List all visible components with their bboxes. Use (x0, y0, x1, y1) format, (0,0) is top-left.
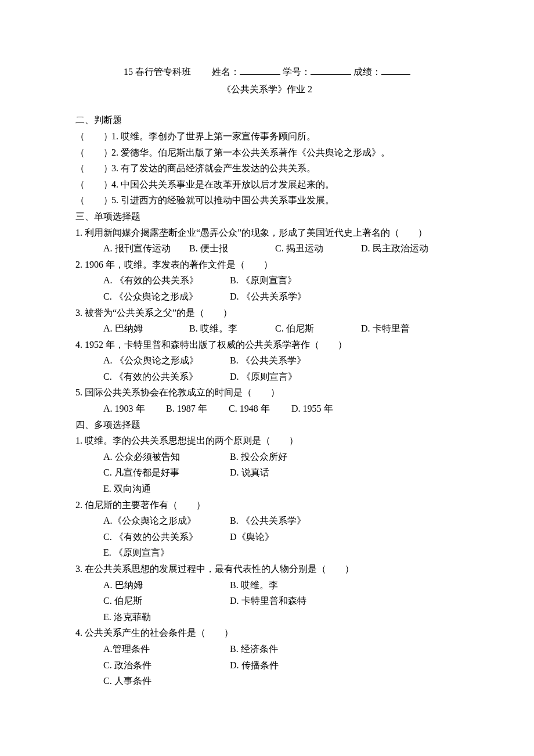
tf-item: （ ）2. 爱德华。伯尼斯出版了第一本公共关系著作《公共舆论之形成》。 (75, 145, 459, 160)
options-row: A. 报刊宣传运动B. 便士报C. 揭丑运动D. 民主政治运动 (103, 241, 459, 256)
options-row: C. 《公众舆论之形成》D. 《公共关系学》 (103, 289, 459, 304)
option[interactable]: D. 说真话 (230, 465, 352, 480)
options-row: E. 双向沟通 (103, 481, 459, 496)
tf-text: 3. 有了发达的商品经济就会产生发达的公共关系。 (111, 163, 316, 173)
section2-title: 二、判断题 (75, 113, 459, 128)
option[interactable]: C. 伯尼斯 (103, 593, 225, 609)
tf-paren[interactable]: （ ） (75, 145, 111, 160)
multi-choice-container: 1. 哎维。李的公共关系思想提出的两个原则是（ ）A. 公众必须被告知B. 投公… (75, 433, 459, 689)
option[interactable]: A. 《公众舆论之形成》 (103, 353, 225, 368)
option[interactable]: C. 凡宣传都是好事 (103, 465, 225, 480)
option[interactable]: C. 揭丑运动 (275, 241, 356, 256)
option[interactable]: C. 人事条件 (103, 674, 225, 689)
option[interactable]: D. 卡特里普和森特 (230, 593, 352, 609)
options-row: C. 伯尼斯D. 卡特里普和森特 (103, 593, 459, 609)
option[interactable]: B. 哎维。李 (189, 321, 270, 336)
section3-title: 三、单项选择题 (75, 209, 459, 224)
option[interactable]: B. 《公共关系学》 (230, 353, 352, 368)
tf-text: 5. 引进西方的经验就可以推动中国公共关系事业发展。 (111, 195, 334, 205)
options-row: A.《公众舆论之形成》B. 《公共关系学》 (103, 513, 459, 528)
options-row: C. 《有效的公共关系》D. 《原则宣言》 (103, 369, 459, 384)
tf-item: （ ）4. 中国公共关系事业是在改革开放以后才发展起来的。 (75, 177, 459, 192)
option[interactable]: B. 《原则宣言》 (230, 273, 352, 288)
tf-paren[interactable]: （ ） (75, 193, 111, 208)
option[interactable]: A. 1903 年 (103, 401, 161, 416)
options-row: A.管理条件B. 经济条件 (103, 642, 459, 657)
option[interactable]: A. 报刊宣传运动 (103, 241, 185, 256)
question-stem: 4. 公共关系产生的社会条件是（ ） (75, 625, 459, 640)
option[interactable]: B. 经济条件 (230, 642, 352, 657)
options-row: A. 巴纳姆B. 哎维。李C. 伯尼斯D. 卡特里普 (103, 321, 459, 336)
section4-title: 四、多项选择题 (75, 417, 459, 433)
options-row: A. 《公众舆论之形成》B. 《公共关系学》 (103, 353, 459, 368)
question-stem: 1. 利用新闻媒介揭露垄断企业“愚弄公众”的现象，形成了美国近代史上著名的（ ） (75, 225, 459, 240)
header-line: 15 春行管专科班 姓名： 学号： 成绩： (75, 64, 459, 80)
options-row: C. 凡宣传都是好事D. 说真话 (103, 465, 459, 480)
option[interactable]: D. 卡特里普 (361, 321, 442, 336)
option[interactable]: E. 洛克菲勒 (103, 610, 225, 625)
option[interactable]: C. 政治条件 (103, 658, 225, 673)
option[interactable]: B. 投公众所好 (230, 449, 352, 465)
score-label: 成绩： (353, 67, 381, 77)
question-stem: 2. 1906 年，哎维。李发表的著作文件是（ ） (75, 257, 459, 272)
question-stem: 5. 国际公共关系协会在伦敦成立的时间是（ ） (75, 385, 459, 400)
option[interactable]: B. 哎维。李 (230, 578, 352, 593)
tf-paren[interactable]: （ ） (75, 161, 111, 176)
options-row: A. 1903 年B. 1987 年C. 1948 年D. 1955 年 (103, 401, 459, 416)
worksheet-title: 《公共关系学》作业 2 (75, 82, 459, 97)
option[interactable]: D《舆论》 (230, 530, 352, 545)
option[interactable]: A.《公众舆论之形成》 (103, 513, 225, 528)
option[interactable]: D. 民主政治运动 (361, 241, 442, 256)
option[interactable]: E. 《原则宣言》 (103, 545, 225, 560)
tf-item: （ ）5. 引进西方的经验就可以推动中国公共关系事业发展。 (75, 193, 459, 208)
option[interactable]: D. 《公共关系学》 (230, 289, 352, 304)
id-label: 学号： (283, 67, 311, 77)
question-stem: 3. 被誉为“公共关系之父”的是（ ） (75, 305, 459, 321)
question-stem: 4. 1952 年，卡特里普和森特出版了权威的公共关系学著作（ ） (75, 337, 459, 352)
option[interactable]: B. 1987 年 (166, 401, 224, 416)
question-stem: 2. 伯尼斯的主要著作有（ ） (75, 498, 459, 513)
id-blank[interactable] (311, 64, 351, 75)
option[interactable]: C. 《有效的公共关系》 (103, 369, 225, 384)
options-row: A. 巴纳姆B. 哎维。李 (103, 578, 459, 593)
option[interactable]: C. 1948 年 (229, 401, 287, 416)
tf-text: 4. 中国公共关系事业是在改革开放以后才发展起来的。 (111, 179, 334, 189)
options-row: C. 政治条件D. 传播条件 (103, 658, 459, 673)
option[interactable]: D. 《原则宣言》 (230, 369, 352, 384)
tf-text: 2. 爱德华。伯尼斯出版了第一本公共关系著作《公共舆论之形成》。 (111, 147, 390, 157)
option[interactable]: A. 巴纳姆 (103, 578, 225, 593)
option[interactable]: D. 传播条件 (230, 658, 352, 673)
option[interactable]: A. 《有效的公共关系》 (103, 273, 225, 288)
option[interactable]: A.管理条件 (103, 642, 225, 657)
option[interactable]: D. 1955 年 (291, 401, 349, 416)
score-blank[interactable] (381, 64, 410, 75)
option[interactable]: C. 《公众舆论之形成》 (103, 289, 225, 304)
single-choice-container: 1. 利用新闻媒介揭露垄断企业“愚弄公众”的现象，形成了美国近代史上著名的（ ）… (75, 225, 459, 416)
question-stem: 1. 哎维。李的公共关系思想提出的两个原则是（ ） (75, 433, 459, 448)
option[interactable]: C. 《有效的公共关系》 (103, 530, 225, 545)
option[interactable]: A. 公众必须被告知 (103, 449, 225, 465)
tf-paren[interactable]: （ ） (75, 177, 111, 192)
option[interactable]: B. 便士报 (189, 241, 270, 256)
option[interactable]: A. 巴纳姆 (103, 321, 185, 336)
option[interactable]: E. 双向沟通 (103, 481, 225, 496)
tf-paren[interactable]: （ ） (75, 129, 111, 144)
options-row: C. 《有效的公共关系》D《舆论》 (103, 530, 459, 545)
options-row: A. 《有效的公共关系》B. 《原则宣言》 (103, 273, 459, 288)
options-row: A. 公众必须被告知B. 投公众所好 (103, 449, 459, 465)
tf-text: 1. 哎维。李创办了世界上第一家宣传事务顾问所。 (111, 131, 316, 141)
question-stem: 3. 在公共关系思想的发展过程中，最有代表性的人物分别是（ ） (75, 561, 459, 577)
options-row: E. 洛克菲勒 (103, 610, 459, 625)
name-blank[interactable] (240, 64, 280, 75)
class-label: 15 春行管专科班 (124, 64, 191, 80)
name-label: 姓名： (212, 67, 240, 77)
tf-container: （ ）1. 哎维。李创办了世界上第一家宣传事务顾问所。（ ）2. 爱德华。伯尼斯… (75, 129, 459, 208)
tf-item: （ ）1. 哎维。李创办了世界上第一家宣传事务顾问所。 (75, 129, 459, 144)
option[interactable]: C. 伯尼斯 (275, 321, 356, 336)
options-row: C. 人事条件 (103, 674, 459, 689)
tf-item: （ ）3. 有了发达的商品经济就会产生发达的公共关系。 (75, 161, 459, 176)
options-row: E. 《原则宣言》 (103, 545, 459, 560)
option[interactable]: B. 《公共关系学》 (230, 513, 352, 528)
